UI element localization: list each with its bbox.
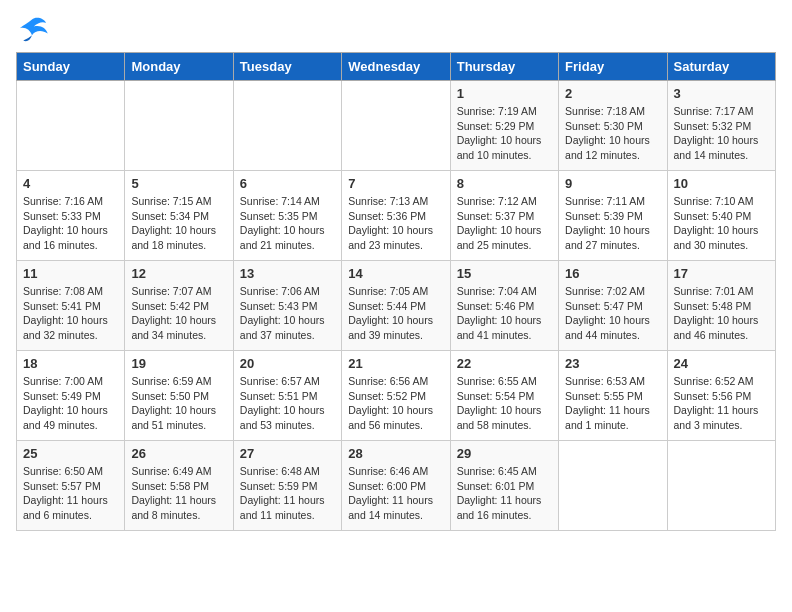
day-info: Sunrise: 7:00 AM Sunset: 5:49 PM Dayligh… xyxy=(23,374,118,433)
day-info: Sunrise: 7:07 AM Sunset: 5:42 PM Dayligh… xyxy=(131,284,226,343)
day-info: Sunrise: 7:05 AM Sunset: 5:44 PM Dayligh… xyxy=(348,284,443,343)
day-number: 2 xyxy=(565,86,660,101)
calendar-cell: 28Sunrise: 6:46 AM Sunset: 6:00 PM Dayli… xyxy=(342,441,450,531)
calendar-cell: 22Sunrise: 6:55 AM Sunset: 5:54 PM Dayli… xyxy=(450,351,558,441)
day-number: 4 xyxy=(23,176,118,191)
calendar-cell xyxy=(559,441,667,531)
calendar-week-2: 11Sunrise: 7:08 AM Sunset: 5:41 PM Dayli… xyxy=(17,261,776,351)
calendar-cell: 1Sunrise: 7:19 AM Sunset: 5:29 PM Daylig… xyxy=(450,81,558,171)
day-number: 22 xyxy=(457,356,552,371)
day-info: Sunrise: 7:02 AM Sunset: 5:47 PM Dayligh… xyxy=(565,284,660,343)
day-number: 8 xyxy=(457,176,552,191)
calendar-cell: 17Sunrise: 7:01 AM Sunset: 5:48 PM Dayli… xyxy=(667,261,775,351)
calendar-cell: 9Sunrise: 7:11 AM Sunset: 5:39 PM Daylig… xyxy=(559,171,667,261)
calendar-cell: 29Sunrise: 6:45 AM Sunset: 6:01 PM Dayli… xyxy=(450,441,558,531)
day-number: 21 xyxy=(348,356,443,371)
calendar-cell xyxy=(17,81,125,171)
day-number: 23 xyxy=(565,356,660,371)
day-info: Sunrise: 6:57 AM Sunset: 5:51 PM Dayligh… xyxy=(240,374,335,433)
day-number: 12 xyxy=(131,266,226,281)
header-monday: Monday xyxy=(125,53,233,81)
calendar-cell: 11Sunrise: 7:08 AM Sunset: 5:41 PM Dayli… xyxy=(17,261,125,351)
day-number: 9 xyxy=(565,176,660,191)
day-info: Sunrise: 7:16 AM Sunset: 5:33 PM Dayligh… xyxy=(23,194,118,253)
day-info: Sunrise: 7:04 AM Sunset: 5:46 PM Dayligh… xyxy=(457,284,552,343)
calendar-cell: 4Sunrise: 7:16 AM Sunset: 5:33 PM Daylig… xyxy=(17,171,125,261)
day-number: 14 xyxy=(348,266,443,281)
day-number: 19 xyxy=(131,356,226,371)
calendar-cell: 26Sunrise: 6:49 AM Sunset: 5:58 PM Dayli… xyxy=(125,441,233,531)
calendar-week-3: 18Sunrise: 7:00 AM Sunset: 5:49 PM Dayli… xyxy=(17,351,776,441)
calendar-cell: 12Sunrise: 7:07 AM Sunset: 5:42 PM Dayli… xyxy=(125,261,233,351)
header-thursday: Thursday xyxy=(450,53,558,81)
calendar-cell: 14Sunrise: 7:05 AM Sunset: 5:44 PM Dayli… xyxy=(342,261,450,351)
header-sunday: Sunday xyxy=(17,53,125,81)
day-number: 28 xyxy=(348,446,443,461)
day-info: Sunrise: 7:12 AM Sunset: 5:37 PM Dayligh… xyxy=(457,194,552,253)
page-header xyxy=(16,16,776,44)
day-info: Sunrise: 7:14 AM Sunset: 5:35 PM Dayligh… xyxy=(240,194,335,253)
day-info: Sunrise: 7:11 AM Sunset: 5:39 PM Dayligh… xyxy=(565,194,660,253)
day-number: 3 xyxy=(674,86,769,101)
calendar-cell xyxy=(125,81,233,171)
calendar-week-1: 4Sunrise: 7:16 AM Sunset: 5:33 PM Daylig… xyxy=(17,171,776,261)
calendar-cell: 2Sunrise: 7:18 AM Sunset: 5:30 PM Daylig… xyxy=(559,81,667,171)
calendar-week-0: 1Sunrise: 7:19 AM Sunset: 5:29 PM Daylig… xyxy=(17,81,776,171)
day-info: Sunrise: 7:17 AM Sunset: 5:32 PM Dayligh… xyxy=(674,104,769,163)
day-info: Sunrise: 6:59 AM Sunset: 5:50 PM Dayligh… xyxy=(131,374,226,433)
calendar-cell: 25Sunrise: 6:50 AM Sunset: 5:57 PM Dayli… xyxy=(17,441,125,531)
header-tuesday: Tuesday xyxy=(233,53,341,81)
calendar-cell xyxy=(667,441,775,531)
header-wednesday: Wednesday xyxy=(342,53,450,81)
day-info: Sunrise: 7:10 AM Sunset: 5:40 PM Dayligh… xyxy=(674,194,769,253)
day-number: 25 xyxy=(23,446,118,461)
day-info: Sunrise: 6:48 AM Sunset: 5:59 PM Dayligh… xyxy=(240,464,335,523)
day-info: Sunrise: 7:01 AM Sunset: 5:48 PM Dayligh… xyxy=(674,284,769,343)
day-info: Sunrise: 6:46 AM Sunset: 6:00 PM Dayligh… xyxy=(348,464,443,523)
day-number: 26 xyxy=(131,446,226,461)
day-number: 18 xyxy=(23,356,118,371)
logo-bird-icon xyxy=(16,16,48,44)
calendar-cell: 18Sunrise: 7:00 AM Sunset: 5:49 PM Dayli… xyxy=(17,351,125,441)
day-info: Sunrise: 6:56 AM Sunset: 5:52 PM Dayligh… xyxy=(348,374,443,433)
calendar-cell: 24Sunrise: 6:52 AM Sunset: 5:56 PM Dayli… xyxy=(667,351,775,441)
day-number: 5 xyxy=(131,176,226,191)
day-number: 10 xyxy=(674,176,769,191)
calendar-cell: 15Sunrise: 7:04 AM Sunset: 5:46 PM Dayli… xyxy=(450,261,558,351)
calendar-cell: 20Sunrise: 6:57 AM Sunset: 5:51 PM Dayli… xyxy=(233,351,341,441)
calendar-cell xyxy=(342,81,450,171)
day-info: Sunrise: 7:13 AM Sunset: 5:36 PM Dayligh… xyxy=(348,194,443,253)
calendar-cell: 27Sunrise: 6:48 AM Sunset: 5:59 PM Dayli… xyxy=(233,441,341,531)
calendar-header-row: SundayMondayTuesdayWednesdayThursdayFrid… xyxy=(17,53,776,81)
calendar-cell: 5Sunrise: 7:15 AM Sunset: 5:34 PM Daylig… xyxy=(125,171,233,261)
day-info: Sunrise: 6:50 AM Sunset: 5:57 PM Dayligh… xyxy=(23,464,118,523)
calendar-table: SundayMondayTuesdayWednesdayThursdayFrid… xyxy=(16,52,776,531)
calendar-cell: 19Sunrise: 6:59 AM Sunset: 5:50 PM Dayli… xyxy=(125,351,233,441)
calendar-cell: 7Sunrise: 7:13 AM Sunset: 5:36 PM Daylig… xyxy=(342,171,450,261)
day-number: 7 xyxy=(348,176,443,191)
calendar-body: 1Sunrise: 7:19 AM Sunset: 5:29 PM Daylig… xyxy=(17,81,776,531)
day-info: Sunrise: 6:53 AM Sunset: 5:55 PM Dayligh… xyxy=(565,374,660,433)
day-info: Sunrise: 6:45 AM Sunset: 6:01 PM Dayligh… xyxy=(457,464,552,523)
day-info: Sunrise: 7:15 AM Sunset: 5:34 PM Dayligh… xyxy=(131,194,226,253)
header-friday: Friday xyxy=(559,53,667,81)
day-info: Sunrise: 7:08 AM Sunset: 5:41 PM Dayligh… xyxy=(23,284,118,343)
calendar-cell xyxy=(233,81,341,171)
calendar-cell: 6Sunrise: 7:14 AM Sunset: 5:35 PM Daylig… xyxy=(233,171,341,261)
day-number: 15 xyxy=(457,266,552,281)
calendar-cell: 3Sunrise: 7:17 AM Sunset: 5:32 PM Daylig… xyxy=(667,81,775,171)
day-info: Sunrise: 6:55 AM Sunset: 5:54 PM Dayligh… xyxy=(457,374,552,433)
day-info: Sunrise: 7:06 AM Sunset: 5:43 PM Dayligh… xyxy=(240,284,335,343)
header-saturday: Saturday xyxy=(667,53,775,81)
day-number: 16 xyxy=(565,266,660,281)
day-number: 20 xyxy=(240,356,335,371)
calendar-week-4: 25Sunrise: 6:50 AM Sunset: 5:57 PM Dayli… xyxy=(17,441,776,531)
day-number: 24 xyxy=(674,356,769,371)
day-info: Sunrise: 6:52 AM Sunset: 5:56 PM Dayligh… xyxy=(674,374,769,433)
calendar-cell: 16Sunrise: 7:02 AM Sunset: 5:47 PM Dayli… xyxy=(559,261,667,351)
day-number: 27 xyxy=(240,446,335,461)
day-number: 17 xyxy=(674,266,769,281)
day-info: Sunrise: 7:18 AM Sunset: 5:30 PM Dayligh… xyxy=(565,104,660,163)
calendar-cell: 23Sunrise: 6:53 AM Sunset: 5:55 PM Dayli… xyxy=(559,351,667,441)
calendar-cell: 13Sunrise: 7:06 AM Sunset: 5:43 PM Dayli… xyxy=(233,261,341,351)
